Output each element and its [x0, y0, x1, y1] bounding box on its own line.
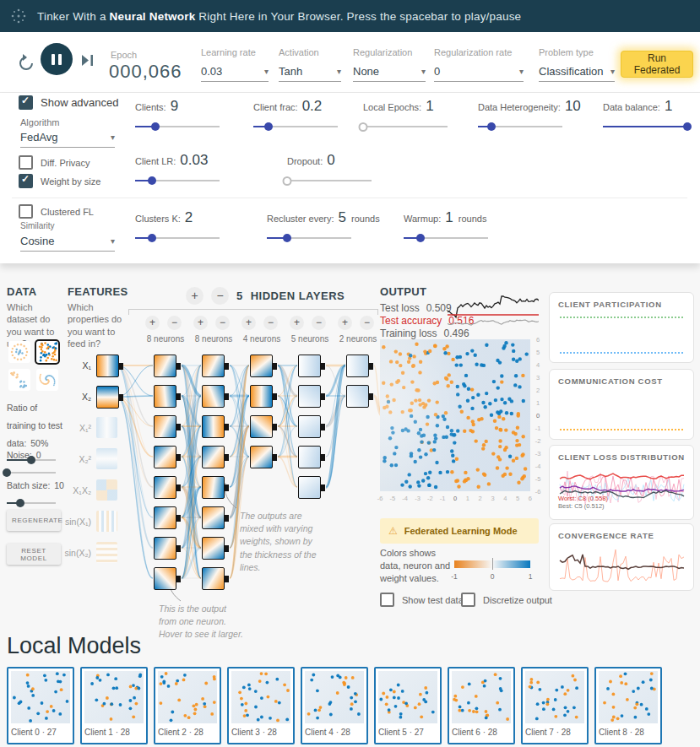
run-federated-button[interactable]: Run Federated: [621, 51, 693, 78]
play-pause-button[interactable]: [41, 43, 73, 75]
feature-x2[interactable]: [96, 386, 119, 409]
layer-add-button[interactable]: +: [338, 316, 352, 330]
slider-track[interactable]: [135, 122, 220, 131]
slider-track[interactable]: [135, 233, 220, 242]
checkbox[interactable]: [380, 593, 394, 607]
diff-privacy-checkbox[interactable]: Diff. Privacy: [19, 155, 90, 170]
neuron[interactable]: [250, 355, 273, 377]
layer-remove-button[interactable]: −: [215, 316, 230, 330]
layer-remove-button[interactable]: −: [167, 316, 182, 330]
client-card[interactable]: Client 7 · 28: [521, 667, 589, 744]
slider-thumb[interactable]: [264, 122, 273, 131]
checkbox[interactable]: ✓: [19, 174, 33, 188]
client-card[interactable]: Client 4 · 28: [301, 667, 368, 744]
neuron[interactable]: [250, 446, 273, 468]
feature-x1[interactable]: [96, 355, 119, 377]
neuron[interactable]: [154, 567, 176, 590]
slider-track[interactable]: [253, 122, 338, 131]
select-regularization-rate[interactable]: Regularization rate0▾: [434, 47, 524, 82]
dataset-icon-circle[interactable]: [8, 341, 30, 363]
layer-add-button[interactable]: +: [193, 316, 208, 330]
layer-remove-button[interactable]: −: [263, 316, 278, 330]
client-card[interactable]: Client 1 · 28: [80, 667, 148, 744]
feature-sinx2[interactable]: [96, 542, 117, 563]
neuron[interactable]: [346, 385, 369, 408]
feature-sinx1[interactable]: [96, 511, 117, 532]
similarity-select[interactable]: Cosine▾: [20, 235, 115, 252]
neuron[interactable]: [298, 415, 321, 438]
dataset-icon-spiral[interactable]: [36, 369, 58, 391]
neuron[interactable]: [298, 446, 321, 468]
slider-track[interactable]: [603, 122, 687, 131]
slider-track[interactable]: [478, 122, 562, 131]
dataset-icon-gauss[interactable]: [8, 369, 30, 391]
layer-add-button[interactable]: +: [290, 316, 304, 330]
layer-remove-button[interactable]: −: [360, 316, 374, 330]
slider-thumb[interactable]: [487, 122, 496, 131]
slider-track[interactable]: [267, 233, 351, 242]
neuron[interactable]: [202, 355, 225, 377]
slider-track[interactable]: [7, 498, 56, 507]
neuron[interactable]: [298, 385, 321, 408]
neuron[interactable]: [154, 537, 176, 560]
neuron[interactable]: [202, 537, 225, 560]
slider-thumb[interactable]: [148, 176, 156, 185]
neuron[interactable]: [202, 415, 225, 438]
checkbox[interactable]: [19, 204, 33, 219]
client-card[interactable]: Client 0 · 27: [7, 667, 74, 744]
neuron[interactable]: [154, 355, 176, 377]
neuron[interactable]: [154, 385, 176, 408]
feature-x1x2[interactable]: [96, 479, 117, 501]
neuron[interactable]: [154, 476, 176, 499]
neuron[interactable]: [202, 506, 225, 529]
neuron[interactable]: [154, 446, 176, 468]
slider-thumb[interactable]: [416, 234, 425, 242]
step-forward-button[interactable]: [82, 55, 95, 66]
neuron[interactable]: [154, 506, 176, 529]
neuron[interactable]: [202, 476, 225, 499]
feature-x1sq[interactable]: [96, 417, 117, 438]
discretize-output-checkbox[interactable]: Discretize output: [461, 593, 552, 607]
reset-button[interactable]: [17, 53, 37, 73]
slider-thumb[interactable]: [359, 122, 368, 132]
client-card[interactable]: Client 3 · 28: [227, 667, 295, 744]
select-activation[interactable]: ActivationTanh▾: [279, 47, 341, 82]
slider-thumb[interactable]: [283, 176, 292, 186]
client-card[interactable]: Client 5 · 27: [374, 667, 442, 744]
show-test-data-checkbox[interactable]: Show test data: [380, 593, 464, 607]
slider-track[interactable]: [135, 176, 220, 185]
neuron[interactable]: [154, 415, 176, 438]
weight-by-size-checkbox[interactable]: ✓Weight by size: [19, 174, 100, 188]
slider-track[interactable]: [404, 233, 488, 242]
select-regularization[interactable]: RegularizationNone▾: [353, 47, 426, 82]
slider-thumb[interactable]: [16, 499, 24, 507]
clustered-fl-checkbox[interactable]: Clustered FL: [19, 204, 94, 219]
slider-thumb[interactable]: [683, 122, 692, 131]
checkbox[interactable]: [19, 155, 33, 170]
neuron[interactable]: [202, 385, 225, 408]
neuron[interactable]: [298, 476, 321, 499]
algorithm-select[interactable]: FedAvg▾: [20, 131, 115, 148]
neuron[interactable]: [298, 355, 321, 377]
slider-thumb[interactable]: [148, 234, 156, 242]
add-layer-button[interactable]: +: [186, 287, 203, 305]
slider-track[interactable]: [363, 122, 448, 131]
client-card[interactable]: Client 2 · 28: [154, 667, 221, 744]
neuron[interactable]: [250, 385, 273, 408]
neuron[interactable]: [202, 446, 225, 468]
slider-track[interactable]: [287, 176, 372, 185]
show-advanced-checkbox[interactable]: ✓Show advanced: [19, 95, 119, 110]
checkbox[interactable]: [461, 593, 475, 607]
client-card[interactable]: Client 6 · 28: [448, 667, 515, 744]
client-card[interactable]: Client 8 · 28: [594, 667, 662, 744]
select-learning-rate[interactable]: Learning rate0.03▾: [201, 47, 269, 82]
remove-layer-button[interactable]: −: [211, 287, 229, 305]
slider-thumb[interactable]: [151, 122, 160, 131]
layer-add-button[interactable]: +: [145, 316, 160, 330]
checkbox[interactable]: ✓: [19, 95, 33, 110]
neuron[interactable]: [202, 567, 225, 590]
feature-x2sq[interactable]: [96, 448, 117, 469]
neuron[interactable]: [346, 355, 369, 377]
select-problem-type[interactable]: Problem typeClassification▾: [539, 47, 615, 82]
slider-thumb[interactable]: [283, 234, 291, 242]
